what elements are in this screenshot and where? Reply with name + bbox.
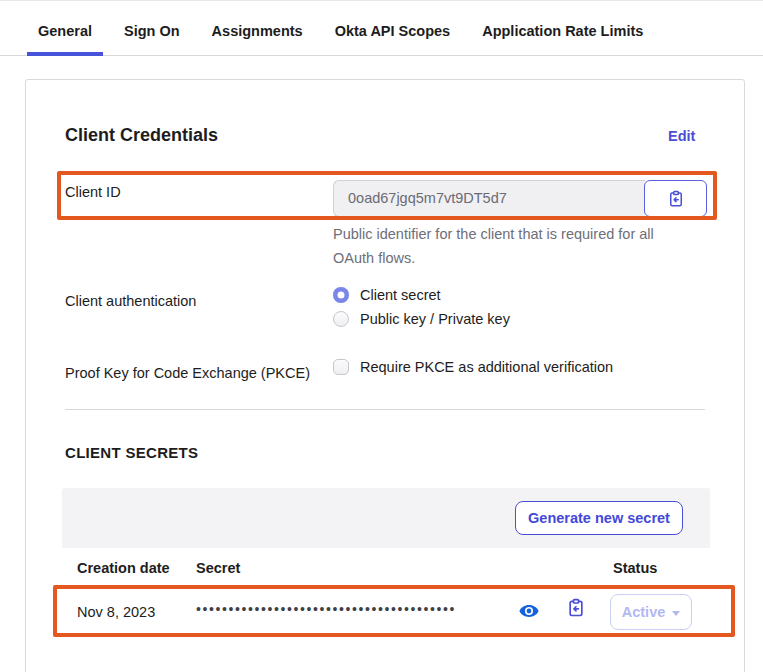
status-badge: Active (622, 604, 666, 620)
secret-creation-date: Nov 8, 2023 (77, 604, 155, 620)
pkce-option-label: Require PKCE as additional verification (360, 359, 613, 375)
reveal-secret-button[interactable] (518, 600, 540, 622)
client-id-label: Client ID (65, 184, 121, 200)
column-header-creation-date: Creation date (77, 560, 170, 576)
edit-link[interactable]: Edit (668, 128, 695, 144)
copy-client-id-button[interactable] (644, 180, 707, 217)
eye-icon (518, 600, 540, 622)
copy-secret-button[interactable] (566, 598, 588, 622)
client-secrets-title: CLIENT SECRETS (65, 444, 198, 461)
tab-sign-on[interactable]: Sign On (113, 23, 191, 39)
clipboard-copy-icon (566, 598, 588, 618)
tab-okta-api-scopes[interactable]: Okta API Scopes (324, 23, 462, 39)
radio-client-secret-label: Client secret (360, 287, 441, 303)
radio-unselected-icon (333, 311, 349, 327)
pkce-checkbox-row[interactable]: Require PKCE as additional verification (333, 359, 613, 375)
tab-assignments[interactable]: Assignments (201, 23, 314, 39)
section-divider (65, 409, 705, 410)
client-secrets-table-header: Creation date Secret Status (62, 548, 710, 587)
column-header-status: Status (613, 560, 657, 576)
tab-application-rate-limits[interactable]: Application Rate Limits (471, 23, 654, 39)
pkce-label: Proof Key for Code Exchange (PKCE) (65, 365, 310, 381)
client-id-help-text: Public identifier for the client that is… (333, 222, 678, 270)
client-credentials-title: Client Credentials (65, 125, 218, 146)
radio-selected-icon (333, 287, 349, 303)
checkbox-unchecked-icon (333, 359, 349, 375)
caret-down-icon (672, 611, 680, 616)
client-secrets-toolbar: Generate new secret (62, 488, 710, 548)
clipboard-copy-icon (667, 190, 685, 208)
radio-client-secret[interactable]: Client secret (333, 287, 441, 303)
generate-new-secret-button[interactable]: Generate new secret (515, 501, 683, 535)
client-id-value-field[interactable]: 0oad67jgq5m7vt9DT5d7 (333, 180, 645, 217)
radio-public-private-key[interactable]: Public key / Private key (333, 311, 510, 327)
column-header-secret: Secret (196, 560, 240, 576)
secret-masked-value: •••••••••••••••••••••••••••••••••••••••• (196, 601, 516, 617)
tab-general[interactable]: General (27, 23, 103, 39)
table-row: Nov 8, 2023 ••••••••••••••••••••••••••••… (62, 587, 710, 637)
app-tab-bar: General Sign On Assignments Okta API Sco… (0, 1, 763, 56)
radio-public-private-key-label: Public key / Private key (360, 311, 510, 327)
status-dropdown-button[interactable]: Active (610, 594, 692, 630)
client-authentication-label: Client authentication (65, 293, 196, 309)
